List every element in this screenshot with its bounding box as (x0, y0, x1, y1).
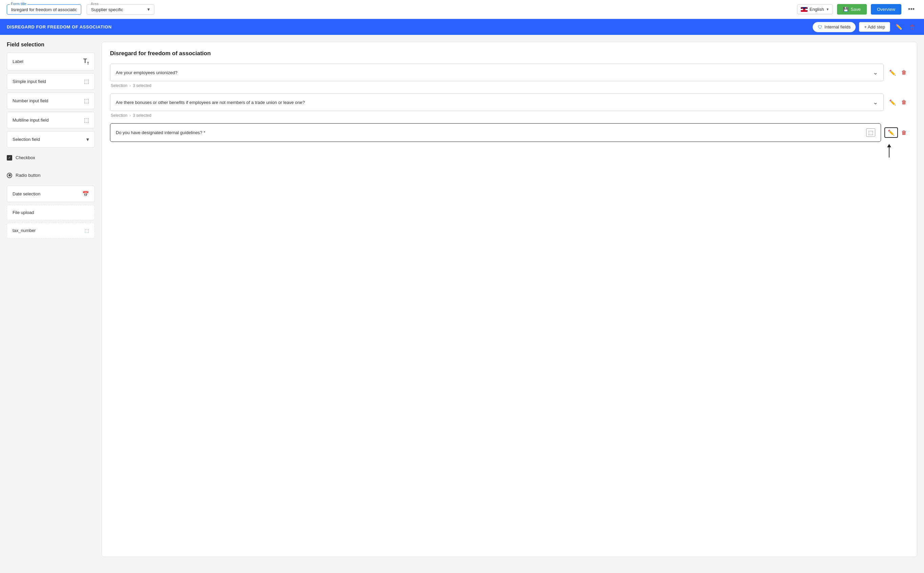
internal-fields-label: Internal fields (824, 24, 851, 30)
number-input-text: Number input field (12, 98, 48, 103)
sidebar-title: Field selection (7, 42, 95, 48)
checkbox-item-left: ✓ Checkbox (7, 155, 35, 161)
question-actions-1: ✏️ 🗑 (887, 68, 909, 77)
simple-input-text: Simple input field (12, 79, 46, 84)
delete-step-button[interactable]: 🗑 (908, 23, 917, 31)
tax-number-text: tax_number (12, 228, 36, 233)
sidebar-item-label[interactable]: Label TT (7, 53, 95, 70)
content-title: Disregard for freedom of association (110, 50, 909, 57)
add-step-button[interactable]: + Add step (859, 22, 890, 32)
content-area: Disregard for freedom of association Are… (101, 42, 917, 557)
step-title: DISREGARD FOR FREEDOM OF ASSOCIATION (7, 19, 112, 35)
radio-text: Radio button (16, 173, 41, 178)
delete-q2-icon: 🗑 (901, 99, 907, 105)
edit-icon: ✏️ (896, 24, 902, 30)
date-selection-text: Date selection (12, 191, 40, 196)
chevron-right-2: › (129, 113, 131, 118)
arrow-head (887, 144, 891, 147)
selection-label-2: Selection (111, 113, 127, 118)
question-item-3: Do you have designated internal guidelin… (110, 123, 909, 158)
question-text-1: Are your employees unionized? (116, 70, 177, 75)
question-actions-2: ✏️ 🗑 (887, 98, 909, 107)
file-upload-text: File upload (12, 210, 34, 215)
delete-question-3-button[interactable]: 🗑 (899, 128, 909, 137)
selection-count-2: 3 selected (133, 113, 151, 118)
language-chevron-icon: ▼ (826, 8, 829, 11)
selection-chevron-icon: ▾ (86, 136, 89, 142)
save-button[interactable]: 💾 Save (837, 4, 867, 14)
language-selector[interactable]: English ▼ (797, 5, 833, 14)
delete-q1-icon: 🗑 (901, 69, 907, 75)
sidebar-item-checkbox[interactable]: ✓ Checkbox (7, 150, 95, 165)
main-layout: Field selection Label TT Simple input fi… (0, 35, 924, 564)
tax-number-icon: ⬚ (84, 228, 89, 233)
sidebar-item-date-selection[interactable]: Date selection 📅 (7, 186, 95, 202)
radio-item-left: Radio button (7, 173, 41, 178)
selection-field-text: Selection field (12, 137, 40, 142)
label-field-text: Label (12, 59, 23, 64)
selection-count-1: 3 selected (133, 83, 151, 88)
language-label: English (810, 7, 824, 12)
question-actions-3: ✏️ 🗑 (884, 127, 909, 138)
area-chevron-icon: ▼ (147, 7, 151, 12)
question-chevron-1: ⌄ (873, 69, 878, 76)
delete-q3-icon: 🗑 (901, 130, 907, 136)
sidebar-item-radio-button[interactable]: Radio button (7, 168, 95, 183)
delete-icon: 🗑 (910, 24, 915, 30)
checkbox-text: Checkbox (16, 155, 35, 160)
sidebar: Field selection Label TT Simple input fi… (7, 42, 95, 557)
question-item-2: Are there bonuses or other benefits if e… (110, 94, 909, 118)
sidebar-item-file-upload[interactable]: File upload (7, 205, 95, 220)
more-options-button[interactable]: ••• (905, 5, 917, 14)
calendar-icon: 📅 (82, 191, 89, 197)
save-label: Save (851, 7, 861, 12)
overview-button[interactable]: Overview (871, 4, 901, 14)
number-input-icon: ⬚ (84, 97, 89, 104)
sidebar-item-number-input[interactable]: Number input field ⬚ (7, 92, 95, 109)
sidebar-item-simple-input[interactable]: Simple input field ⬚ (7, 73, 95, 90)
question-row-2: Are there bonuses or other benefits if e… (110, 94, 909, 111)
area-label: Area (90, 2, 100, 6)
top-bar: Form title Area Supplier specificGeneral… (0, 0, 924, 19)
radio-icon (7, 173, 12, 178)
top-bar-right: English ▼ 💾 Save Overview ••• (797, 4, 917, 14)
delete-question-2-button[interactable]: 🗑 (899, 98, 909, 106)
arrow-indicator (110, 142, 891, 158)
question-chevron-2: ⌄ (873, 99, 878, 106)
text-format-icon: TT (83, 58, 89, 65)
sidebar-item-multiline-input[interactable]: Multiline input field ⬚ (7, 112, 95, 128)
sidebar-item-tax-number[interactable]: tax_number ⬚ (7, 223, 95, 238)
internal-fields-button[interactable]: 🛡 Internal fields (813, 22, 855, 32)
multiline-input-text: Multiline input field (12, 117, 49, 122)
save-icon: 💾 (843, 7, 849, 12)
edit-question-2-button[interactable]: ✏️ (887, 98, 898, 107)
question-box-2: Are there bonuses or other benefits if e… (110, 94, 884, 111)
arrow-line (889, 147, 890, 158)
edit-question-1-button[interactable]: ✏️ (887, 68, 898, 77)
edit-step-button[interactable]: ✏️ (894, 22, 904, 31)
shield-icon: 🛡 (818, 24, 823, 30)
delete-question-1-button[interactable]: 🗑 (899, 68, 909, 77)
area-select[interactable]: Supplier specificGeneralInternal (91, 7, 143, 12)
selection-label-1: Selection (111, 83, 127, 88)
question-box-3: Do you have designated internal guidelin… (110, 123, 881, 142)
uk-flag-icon (801, 7, 808, 12)
question-text-3: Do you have designated internal guidelin… (116, 130, 206, 135)
question-text-2: Are there bonuses or other benefits if e… (116, 100, 305, 105)
form-title-group: Form title (7, 5, 81, 14)
checkbox-icon: ✓ (7, 155, 12, 161)
area-group: Area Supplier specificGeneralInternal ▼ (87, 5, 155, 14)
edit-question-3-button[interactable]: ✏️ (884, 127, 898, 138)
form-title-input[interactable] (11, 7, 77, 12)
edit-q1-icon: ✏️ (889, 69, 896, 76)
edit-q3-icon: ✏️ (888, 130, 894, 135)
question-item-1: Are your employees unionized? ⌄ ✏️ 🗑 Sel… (110, 64, 909, 88)
overview-label: Overview (877, 7, 895, 12)
arrow-container (887, 144, 891, 158)
form-title-label: Form title (10, 2, 27, 6)
add-step-label: + Add step (864, 24, 885, 30)
simple-input-icon: ⬚ (84, 78, 89, 85)
more-icon: ••• (908, 6, 915, 13)
sidebar-item-selection-field[interactable]: Selection field ▾ (7, 131, 95, 148)
step-bar: DISREGARD FOR FREEDOM OF ASSOCIATION 🛡 I… (0, 19, 924, 35)
